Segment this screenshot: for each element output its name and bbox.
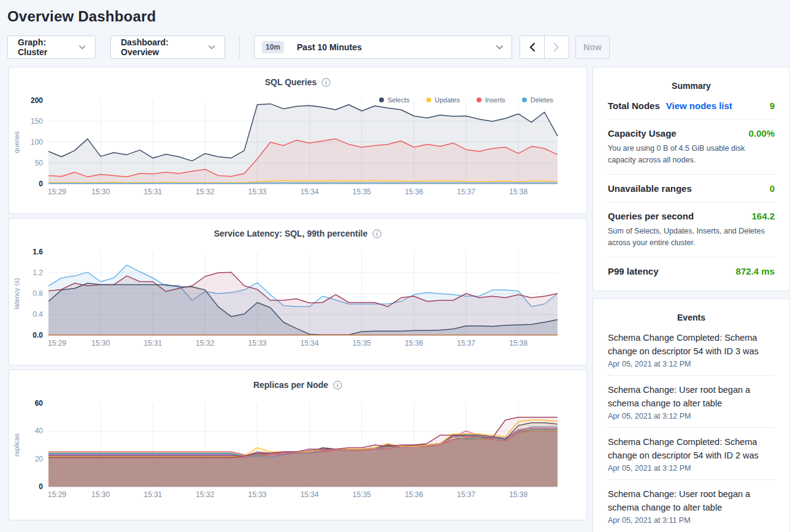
svg-text:50: 50 — [35, 159, 44, 167]
svg-text:15:33: 15:33 — [248, 339, 266, 348]
chevron-down-icon — [79, 45, 85, 50]
summary-row-value: 872.4 ms — [736, 266, 775, 276]
time-range-badge: 10m — [262, 41, 284, 53]
summary-row-description: Sum of Selects, Updates, Inserts, and De… — [608, 226, 775, 249]
sql-queries-card: SQL Queries i SelectsUpdatesInsertsDelet… — [9, 67, 587, 214]
chevron-right-icon — [554, 43, 559, 51]
svg-text:queries: queries — [13, 131, 20, 153]
legend-label: Inserts — [485, 96, 505, 104]
sql-queries-chart[interactable]: 15:2915:3015:3115:3215:3315:3415:3515:36… — [9, 97, 586, 207]
event-text[interactable]: Schema Change: User root began a schema … — [608, 487, 775, 514]
chart-legend: SelectsUpdatesInsertsDeletes — [379, 96, 553, 104]
svg-text:15:32: 15:32 — [196, 188, 214, 196]
chart-title: Replicas per Node — [253, 380, 328, 390]
svg-text:1.2: 1.2 — [33, 268, 43, 277]
svg-text:200: 200 — [31, 97, 43, 105]
event-item: Schema Change: User root began a schema … — [608, 376, 775, 428]
svg-text:15:35: 15:35 — [353, 188, 371, 196]
svg-text:15:31: 15:31 — [144, 339, 162, 348]
graph-dropdown-label: Graph: Cluster — [18, 37, 74, 57]
svg-text:15:38: 15:38 — [509, 490, 527, 499]
chevron-left-icon — [529, 43, 535, 51]
event-timestamp: Apr 05, 2021 at 3:12 PM — [608, 464, 775, 473]
summary-row-description: You are using 0 B of 4.5 GiB usable disk… — [608, 143, 775, 166]
svg-text:15:32: 15:32 — [196, 339, 214, 348]
svg-text:0: 0 — [39, 180, 43, 188]
event-text[interactable]: Schema Change Completed: Schema change o… — [608, 435, 775, 462]
svg-text:15:34: 15:34 — [301, 188, 319, 196]
svg-text:15:35: 15:35 — [353, 490, 371, 499]
page-title: Overview Dashboard — [0, 0, 790, 25]
svg-text:15:29: 15:29 — [48, 490, 66, 499]
service-latency-card: Service Latency: SQL, 99th percentile i … — [9, 218, 587, 365]
svg-text:15:38: 15:38 — [509, 188, 527, 196]
svg-text:15:34: 15:34 — [301, 490, 319, 499]
graph-dropdown[interactable]: Graph: Cluster — [7, 36, 96, 59]
svg-text:0: 0 — [39, 482, 43, 491]
replicas-per-node-card: Replicas per Node i 15:2915:3015:3115:32… — [9, 370, 587, 520]
summary-panel: Summary Total NodesView nodes list9Capac… — [592, 67, 790, 291]
svg-text:60: 60 — [35, 400, 44, 408]
legend-dot — [522, 97, 527, 102]
info-icon[interactable]: i — [333, 381, 342, 390]
svg-text:150: 150 — [31, 117, 43, 126]
next-time-button[interactable] — [544, 36, 569, 58]
event-item: Schema Change: User root began a schema … — [608, 480, 775, 531]
event-timestamp: Apr 05, 2021 at 3:12 PM — [608, 360, 775, 368]
svg-text:15:32: 15:32 — [196, 490, 214, 499]
svg-text:15:37: 15:37 — [457, 339, 475, 348]
dashboard-dropdown[interactable]: Dashboard: Overview — [110, 36, 225, 59]
svg-text:i: i — [377, 230, 378, 237]
summary-title: Summary — [608, 77, 775, 92]
events-title: Events — [608, 309, 775, 324]
svg-text:20: 20 — [35, 455, 44, 463]
summary-row-value: 0.00% — [748, 128, 775, 139]
svg-text:15:35: 15:35 — [353, 339, 371, 348]
svg-text:15:33: 15:33 — [248, 188, 266, 196]
summary-row-value: 9 — [770, 101, 775, 111]
svg-text:15:37: 15:37 — [457, 188, 475, 196]
svg-text:100: 100 — [31, 138, 43, 146]
svg-text:15:29: 15:29 — [48, 188, 66, 196]
svg-text:15:36: 15:36 — [405, 339, 423, 348]
summary-row-label: Capacity Usage — [608, 128, 677, 139]
svg-text:15:31: 15:31 — [144, 490, 162, 499]
summary-row: P99 latency872.4 ms — [608, 257, 775, 284]
summary-row: Total NodesView nodes list9 — [608, 92, 775, 120]
time-range-label: Past 10 Minutes — [297, 42, 362, 52]
sidebar-column: Summary Total NodesView nodes list9Capac… — [592, 67, 790, 532]
event-text[interactable]: Schema Change Completed: Schema change o… — [608, 331, 775, 358]
events-panel: Events Schema Change Completed: Schema c… — [592, 298, 790, 532]
svg-text:replicas: replicas — [13, 433, 20, 457]
legend-label: Selects — [388, 96, 410, 104]
event-item: Schema Change Completed: Schema change o… — [608, 428, 775, 480]
info-icon[interactable]: i — [321, 78, 331, 87]
info-icon[interactable]: i — [372, 229, 382, 238]
legend-item-selects: Selects — [379, 96, 410, 104]
svg-text:i: i — [326, 79, 327, 85]
svg-text:15:36: 15:36 — [405, 490, 423, 499]
svg-text:15:30: 15:30 — [91, 339, 110, 348]
charts-column: SQL Queries i SelectsUpdatesInsertsDelet… — [9, 67, 587, 520]
svg-text:15:34: 15:34 — [301, 339, 319, 348]
legend-item-deletes: Deletes — [522, 96, 553, 104]
replicas-per-node-chart[interactable]: 15:2915:3015:3115:3215:3315:3415:3515:36… — [9, 400, 586, 510]
summary-row-value: 164.2 — [751, 211, 775, 221]
previous-time-button[interactable] — [520, 36, 544, 58]
legend-item-inserts: Inserts — [477, 96, 505, 104]
legend-dot — [379, 97, 384, 102]
view-nodes-link[interactable]: View nodes list — [666, 101, 732, 111]
svg-text:15:36: 15:36 — [405, 188, 423, 196]
svg-text:0.0: 0.0 — [33, 331, 43, 340]
legend-label: Updates — [435, 96, 460, 104]
time-range-dropdown[interactable]: 10m Past 10 Minutes — [254, 36, 512, 59]
now-button[interactable]: Now — [575, 36, 610, 59]
event-text[interactable]: Schema Change: User root began a schema … — [608, 383, 775, 410]
summary-row-label: P99 latency — [608, 266, 659, 276]
event-item: Schema Change Completed: Schema change o… — [608, 324, 775, 376]
svg-text:15:38: 15:38 — [509, 339, 527, 348]
summary-row-label: Total Nodes — [608, 101, 660, 111]
service-latency-chart[interactable]: 15:2915:3015:3115:3215:3315:3415:3515:36… — [9, 248, 586, 359]
svg-text:15:29: 15:29 — [48, 339, 66, 348]
svg-text:i: i — [337, 382, 338, 388]
